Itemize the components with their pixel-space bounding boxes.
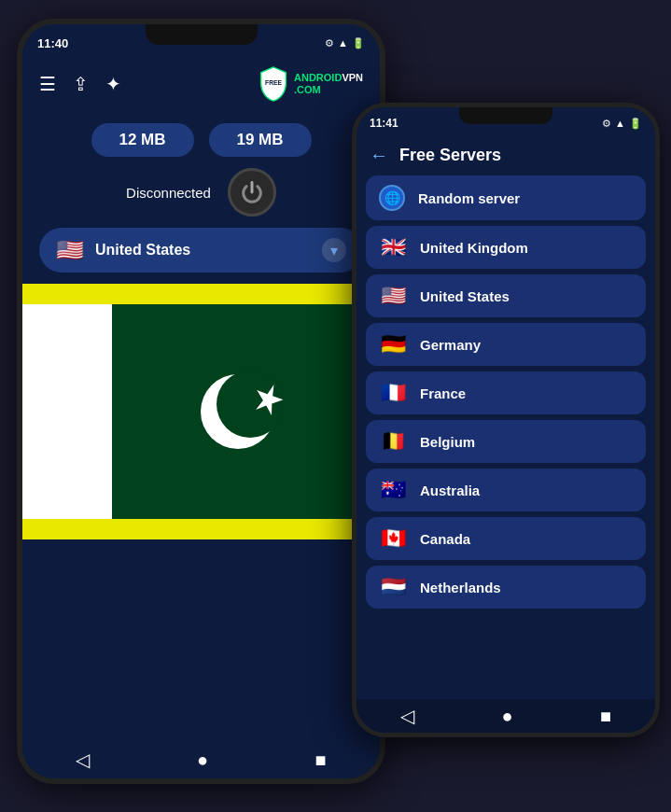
flag-de: 🇩🇪 — [379, 332, 407, 357]
phone1-stats: 12 MB 19 MB — [22, 110, 380, 164]
home-nav-btn[interactable]: ● — [197, 749, 208, 771]
shield-logo-icon: FREE — [257, 65, 290, 103]
server-item-uk[interactable]: 🇬🇧 United Kingdom — [366, 226, 646, 269]
flag-nl: 🇳🇱 — [379, 575, 407, 599]
free-servers-title: Free Servers — [399, 146, 501, 165]
phone2-bottomnav: ◁ ● ■ — [356, 699, 655, 733]
country-name: United States — [95, 242, 311, 259]
server-item-random[interactable]: 🌐 Random server — [366, 175, 646, 220]
phone2-time: 11:41 — [370, 117, 398, 130]
server-name-fr: France — [420, 385, 466, 401]
phone1-bottomnav: ◁ ● ■ — [22, 741, 380, 778]
phone2-signal-icon: ▲ — [615, 118, 625, 129]
flag-fr: 🇫🇷 — [379, 381, 407, 405]
battery-icon: 🔋 — [352, 37, 365, 49]
server-item-ca[interactable]: 🇨🇦 Canada — [366, 517, 646, 560]
phone2: 11:41 ⚙ ▲ 🔋 ← Free Servers 🌐 Random serv… — [352, 103, 660, 737]
scene: 11:40 ⚙ ▲ 🔋 ☰ ⇪ ✦ FREE ANDROIDVPN .CO — [0, 0, 671, 812]
server-name-au: Australia — [420, 483, 480, 498]
phone1-status-row: Disconnected — [22, 164, 380, 228]
server-name-us: United States — [420, 288, 510, 304]
phone2-status-icons: ⚙ ▲ 🔋 — [602, 118, 642, 130]
chevron-down-icon: ▾ — [322, 238, 346, 262]
back-arrow-button[interactable]: ← — [370, 145, 388, 166]
phone1-left-icons: ☰ ⇪ ✦ — [39, 73, 121, 95]
signal-icon: ▲ — [338, 37, 348, 49]
yellow-bar-bottom — [22, 519, 380, 539]
phone2-home-nav-btn[interactable]: ● — [501, 706, 512, 727]
server-item-fr[interactable]: 🇫🇷 France — [366, 371, 646, 414]
phone1-time: 11:40 — [37, 36, 68, 50]
server-name-nl: Netherlands — [420, 580, 501, 595]
server-name-de: Germany — [420, 337, 481, 353]
menu-icon[interactable]: ☰ — [39, 73, 56, 95]
phone2-header: ← Free Servers — [356, 137, 655, 175]
app-logo: FREE ANDROIDVPN .COM — [257, 65, 363, 103]
flag-uk: 🇬🇧 — [379, 235, 407, 259]
power-button[interactable] — [228, 168, 276, 217]
server-item-nl[interactable]: 🇳🇱 Netherlands — [366, 566, 646, 609]
server-item-de[interactable]: 🇩🇪 Germany — [366, 323, 646, 366]
country-flag: 🇺🇸 — [56, 237, 84, 263]
crescent-star-svg — [189, 356, 301, 468]
wifi-icon: ⚙ — [325, 37, 334, 49]
phone1: 11:40 ⚙ ▲ 🔋 ☰ ⇪ ✦ FREE ANDROIDVPN .CO — [17, 19, 385, 784]
globe-icon: 🌐 — [379, 185, 405, 211]
server-item-us[interactable]: 🇺🇸 United States — [366, 274, 646, 317]
phone2-back-nav-btn[interactable]: ◁ — [400, 705, 414, 727]
phone2-wifi-icon: ⚙ — [602, 118, 611, 130]
download-stat: 12 MB — [91, 123, 194, 157]
flag-white-stripe — [22, 304, 112, 519]
share-icon[interactable]: ⇪ — [73, 73, 89, 95]
server-item-be[interactable]: 🇧🇪 Belgium — [366, 420, 646, 463]
flag-ca: 🇨🇦 — [379, 526, 407, 551]
server-name-uk: United Kingdom — [420, 240, 528, 256]
server-name-ca: Canada — [420, 531, 470, 547]
pakistan-flag — [22, 304, 380, 519]
recents-nav-btn[interactable]: ■ — [315, 749, 327, 771]
server-list: 🌐 Random server 🇬🇧 United Kingdom 🇺🇸 Uni… — [356, 175, 655, 609]
flag-be: 🇧🇪 — [379, 429, 407, 454]
logo-text: ANDROIDVPN .COM — [294, 72, 363, 96]
flag-green-field — [112, 304, 380, 519]
power-icon — [239, 179, 265, 205]
phone1-status-icons: ⚙ ▲ 🔋 — [325, 37, 365, 49]
upload-stat: 19 MB — [209, 123, 312, 157]
star-icon[interactable]: ✦ — [105, 73, 121, 95]
flag-us: 🇺🇸 — [379, 284, 407, 308]
yellow-bar-top — [22, 284, 380, 304]
connection-status: Disconnected — [126, 185, 211, 201]
pakistan-banner — [22, 284, 380, 539]
server-name-be: Belgium — [420, 434, 475, 450]
server-item-au[interactable]: 🇦🇺 Australia — [366, 469, 646, 511]
back-nav-btn[interactable]: ◁ — [76, 749, 90, 771]
phone2-battery-icon: 🔋 — [629, 118, 642, 130]
flag-au: 🇦🇺 — [379, 478, 407, 502]
phone1-toolbar: ☰ ⇪ ✦ FREE ANDROIDVPN .COM — [22, 58, 380, 110]
country-selector[interactable]: 🇺🇸 United States ▾ — [39, 228, 363, 273]
phone1-notch — [146, 24, 258, 45]
server-name-random: Random server — [418, 190, 520, 206]
svg-text:FREE: FREE — [265, 79, 282, 86]
phone2-recents-nav-btn[interactable]: ■ — [600, 706, 611, 727]
phone2-notch — [459, 107, 552, 124]
svg-point-2 — [217, 371, 284, 438]
